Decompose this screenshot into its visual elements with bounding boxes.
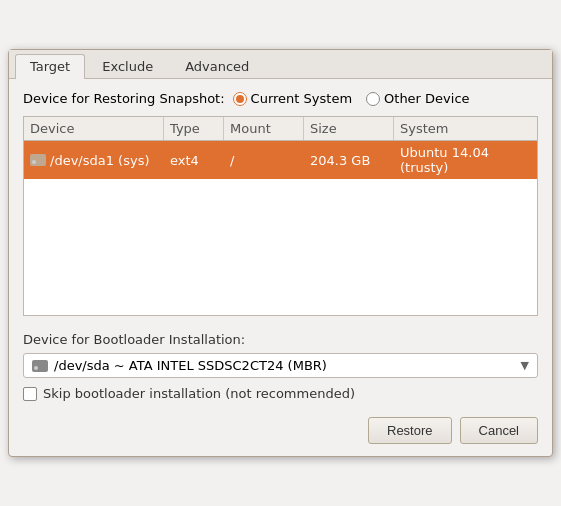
cell-mount: / xyxy=(224,141,304,179)
col-device: Device xyxy=(24,117,164,140)
bootloader-section: Device for Bootloader Installation: /dev… xyxy=(23,332,538,413)
radio-current-system[interactable]: Current System xyxy=(233,91,352,106)
radio-other-device-dot xyxy=(366,92,380,106)
tab-target[interactable]: Target xyxy=(15,54,85,79)
device-restore-label: Device for Restoring Snapshot: xyxy=(23,91,225,106)
cell-size: 204.3 GB xyxy=(304,141,394,179)
dialog: Target Exclude Advanced Device for Resto… xyxy=(8,49,553,457)
radio-other-device-label: Other Device xyxy=(384,91,470,106)
col-system: System xyxy=(394,117,537,140)
cell-device: /dev/sda1 (sys) xyxy=(24,141,164,179)
table-header: Device Type Mount Size System xyxy=(24,117,537,141)
bootloader-select[interactable]: /dev/sda ~ ATA INTEL SSDSC2CT24 (MBR) ▼ xyxy=(23,353,538,378)
device-table: Device Type Mount Size System /dev/sda1 … xyxy=(23,116,538,316)
col-mount: Mount xyxy=(224,117,304,140)
tab-bar: Target Exclude Advanced xyxy=(9,50,552,79)
radio-other-device[interactable]: Other Device xyxy=(366,91,470,106)
bootloader-device-text: /dev/sda ~ ATA INTEL SSDSC2CT24 (MBR) xyxy=(54,358,521,373)
chevron-down-icon: ▼ xyxy=(521,359,529,372)
cell-type: ext4 xyxy=(164,141,224,179)
button-row: Restore Cancel xyxy=(23,413,538,444)
radio-current-system-label: Current System xyxy=(251,91,352,106)
col-type: Type xyxy=(164,117,224,140)
tab-advanced[interactable]: Advanced xyxy=(170,54,264,78)
radio-current-system-dot xyxy=(233,92,247,106)
restore-button[interactable]: Restore xyxy=(368,417,452,444)
skip-bootloader-label: Skip bootloader installation (not recomm… xyxy=(43,386,355,401)
bootloader-disk-icon xyxy=(32,360,48,372)
cancel-button[interactable]: Cancel xyxy=(460,417,538,444)
skip-bootloader-row: Skip bootloader installation (not recomm… xyxy=(23,386,538,401)
table-row[interactable]: /dev/sda1 (sys) ext4 / 204.3 GB Ubuntu 1… xyxy=(24,141,537,179)
skip-bootloader-checkbox[interactable] xyxy=(23,387,37,401)
col-size: Size xyxy=(304,117,394,140)
device-restore-row: Device for Restoring Snapshot: Current S… xyxy=(23,91,538,106)
cell-system: Ubuntu 14.04 (trusty) xyxy=(394,141,537,179)
radio-group: Current System Other Device xyxy=(233,91,470,106)
table-body: /dev/sda1 (sys) ext4 / 204.3 GB Ubuntu 1… xyxy=(24,141,537,179)
tab-content: Device for Restoring Snapshot: Current S… xyxy=(9,79,552,456)
tab-exclude[interactable]: Exclude xyxy=(87,54,168,78)
disk-icon xyxy=(30,154,46,166)
bootloader-label: Device for Bootloader Installation: xyxy=(23,332,538,347)
